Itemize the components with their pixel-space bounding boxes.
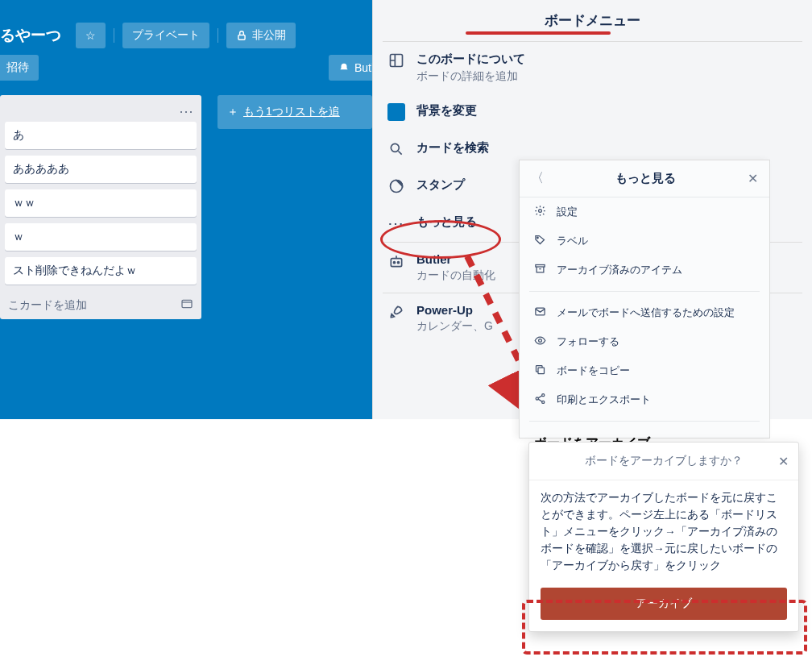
more-copy-board[interactable]: ボードをコピー xyxy=(520,356,769,385)
menu-divider xyxy=(529,421,760,422)
mail-icon xyxy=(534,305,547,320)
list-card[interactable]: あ xyxy=(5,122,197,149)
eye-icon xyxy=(534,335,547,349)
svg-rect-11 xyxy=(536,265,545,268)
star-board-button[interactable]: ☆ xyxy=(76,23,106,48)
tag-icon xyxy=(534,234,547,248)
close-icon[interactable]: ✕ xyxy=(778,454,789,469)
menu-divider xyxy=(529,291,760,292)
invite-button[interactable]: 招待 xyxy=(0,55,39,81)
list-more-icon[interactable]: ⋯ xyxy=(179,102,195,120)
confirm-header: ボードをアーカイブしますか？ ✕ xyxy=(529,443,798,480)
bell-icon xyxy=(338,62,350,73)
header-separator xyxy=(114,28,114,43)
more-email-to-board[interactable]: メールでボードへ送信するための設定 xyxy=(520,298,769,327)
list-card[interactable]: スト削除できねんだよｗ xyxy=(5,257,197,285)
rocket-icon xyxy=(387,303,405,321)
confirm-body-text: 次の方法でアーカイブしたボードを元に戻すことができます。ページ左上にある「ボード… xyxy=(529,480,798,584)
close-icon[interactable]: ✕ xyxy=(748,171,758,186)
svg-rect-14 xyxy=(538,368,545,374)
search-icon xyxy=(387,140,405,158)
svg-rect-1 xyxy=(182,300,192,307)
more-menu-panel: 〈 もっと見る ✕ 設定 ラベル アーカイブ済みのアイテム メールでボードへ送信… xyxy=(519,160,770,438)
more-icon: ⋯ xyxy=(387,214,405,232)
archive-confirm-dialog: ボードをアーカイブしますか？ ✕ 次の方法でアーカイブしたボードを元に戻すことが… xyxy=(528,442,799,632)
sticker-icon xyxy=(387,177,405,195)
list-card[interactable]: ｗ xyxy=(5,223,197,251)
menu-about-board[interactable]: このボードについて ボードの詳細を追加 xyxy=(373,42,812,94)
annotation-underline xyxy=(466,31,611,35)
menu-change-background[interactable]: 背景を変更 xyxy=(373,94,812,131)
header-row-2: 招待 Butler xyxy=(0,55,394,81)
svg-point-13 xyxy=(539,339,542,343)
visibility-private-button[interactable]: プライベート xyxy=(122,23,209,48)
more-menu-header: 〈 もっと見る ✕ xyxy=(520,160,769,197)
copy-icon xyxy=(534,364,547,378)
gear-icon xyxy=(534,205,547,219)
board-title: るやーつ xyxy=(0,25,68,46)
template-icon[interactable] xyxy=(180,297,193,313)
svg-point-7 xyxy=(398,262,400,264)
more-settings[interactable]: 設定 xyxy=(520,197,769,227)
background-swatch-icon xyxy=(387,103,405,121)
share-icon xyxy=(534,393,547,407)
more-labels[interactable]: ラベル xyxy=(520,227,769,256)
board-header: るやーつ ☆ プライベート 非公開 xyxy=(0,23,296,48)
archive-icon xyxy=(534,263,547,277)
board-menu-title: ボードメニュー xyxy=(373,0,812,41)
add-list-button[interactable]: ＋ もう1つリストを追 xyxy=(218,95,372,129)
svg-point-3 xyxy=(391,143,399,152)
back-icon[interactable]: 〈 xyxy=(531,170,544,187)
list-column: ⋯ あ あああああ ｗｗ ｗ スト削除できねんだよｗ こカードを追加 xyxy=(0,95,201,319)
robot-icon xyxy=(387,252,405,270)
svg-point-10 xyxy=(537,237,539,239)
unpublic-button[interactable]: 非公開 xyxy=(226,23,296,48)
list-header: ⋯ xyxy=(5,100,197,122)
more-print-export[interactable]: 印刷とエクスポート xyxy=(520,385,769,414)
more-archived-items[interactable]: アーカイブ済みのアイテム xyxy=(520,256,769,285)
svg-point-9 xyxy=(539,210,542,213)
star-icon: ☆ xyxy=(85,29,96,42)
svg-point-6 xyxy=(394,262,396,264)
lock-icon xyxy=(236,30,247,41)
svg-rect-5 xyxy=(391,259,401,267)
list-footer: こカードを追加 xyxy=(5,291,197,314)
list-card[interactable]: ｗｗ xyxy=(5,189,197,217)
svg-rect-0 xyxy=(238,35,245,39)
more-follow[interactable]: フォローする xyxy=(520,327,769,356)
header-separator xyxy=(218,28,218,43)
add-card-button[interactable]: こカードを追加 xyxy=(8,298,87,313)
archive-confirm-button[interactable]: アーカイブ xyxy=(541,588,787,620)
board-icon xyxy=(387,52,405,69)
plus-icon: ＋ xyxy=(227,105,238,119)
list-card[interactable]: あああああ xyxy=(5,156,197,183)
